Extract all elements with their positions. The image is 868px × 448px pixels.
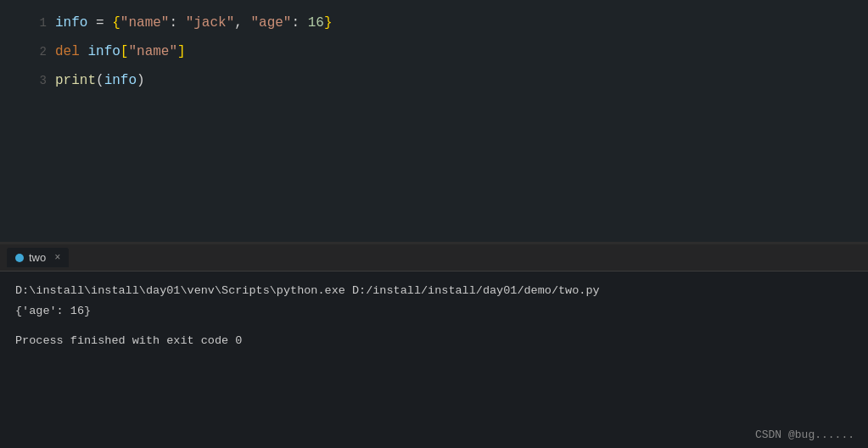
terminal-command-line: D:\install\install\day01\venv\Scripts\py… xyxy=(15,282,853,300)
python-dot-icon xyxy=(15,254,24,262)
terminal-tab-two[interactable]: two × xyxy=(7,248,69,267)
token-del: del xyxy=(55,37,80,66)
terminal-tab-close-button[interactable]: × xyxy=(54,252,60,264)
token-jack-val: "jack" xyxy=(186,8,235,37)
token-print: print xyxy=(55,66,96,95)
token-brace-close: } xyxy=(324,8,333,37)
token-info2: info xyxy=(87,37,120,66)
token-space-del xyxy=(80,37,88,66)
terminal-tab-label: two xyxy=(29,251,46,264)
watermark-text: CSDN @bug...... xyxy=(755,428,854,441)
token-name-key: "name" xyxy=(120,8,170,37)
terminal-output-area: D:\install\install\day01\venv\Scripts\py… xyxy=(0,272,868,361)
token-age-key: "age" xyxy=(250,8,291,37)
terminal-tab-bar: two × xyxy=(0,244,868,272)
token-bracket-close: ] xyxy=(177,37,186,66)
token-16: 16 xyxy=(308,8,324,37)
token-colon2: : xyxy=(291,8,307,37)
token-paren-close: ) xyxy=(137,66,145,95)
terminal-process-line: Process finished with exit code 0 xyxy=(15,332,853,350)
token-info: info xyxy=(55,8,87,37)
code-line-3: 3 print ( info ) xyxy=(0,66,868,95)
token-bracket-open: [ xyxy=(120,37,129,66)
token-paren-open: ( xyxy=(96,66,104,95)
line-number-2: 2 xyxy=(17,37,47,66)
token-brace-open: { xyxy=(112,8,120,37)
token-name-str: "name" xyxy=(128,37,177,66)
code-line-2: 2 del info [ "name" ] xyxy=(0,37,868,66)
token-eq: = xyxy=(87,8,112,37)
line-number-3: 3 xyxy=(17,66,47,95)
token-info3: info xyxy=(104,66,137,95)
terminal-output-line: {'age': 16} xyxy=(15,302,853,321)
token-comma1: , xyxy=(234,8,250,37)
code-editor: 1 info = { "name" : "jack" , "age" : 16 … xyxy=(0,0,868,242)
token-colon1: : xyxy=(169,8,185,37)
code-line-1: 1 info = { "name" : "jack" , "age" : 16 … xyxy=(0,8,868,37)
terminal-panel: two × D:\install\install\day01\venv\Scri… xyxy=(0,244,868,448)
line-number-1: 1 xyxy=(17,8,47,37)
